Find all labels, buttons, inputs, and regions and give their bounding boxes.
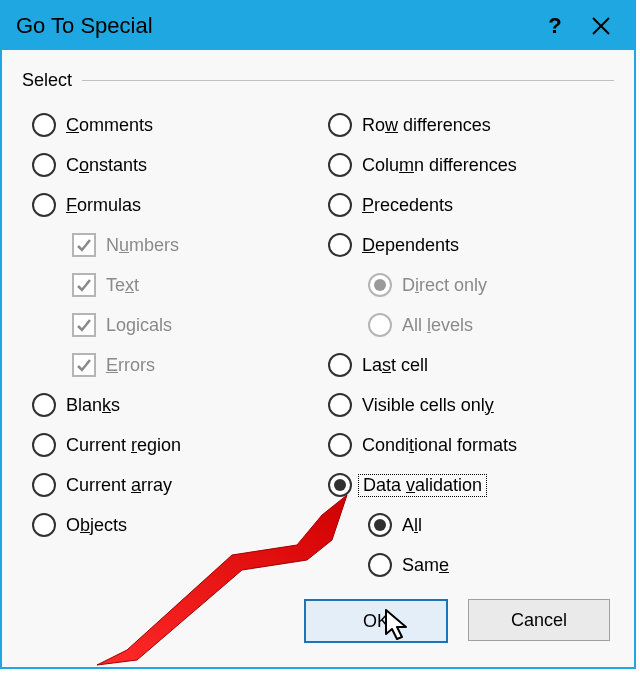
radio-icon — [32, 433, 56, 457]
radio-icon — [32, 113, 56, 137]
radio-precedents[interactable]: Precedents — [328, 185, 624, 225]
dialog-buttons: OK Cancel — [304, 599, 610, 643]
radio-dv-same[interactable]: Same — [328, 545, 624, 585]
radio-blanks[interactable]: Blanks — [32, 385, 328, 425]
radio-icon — [368, 273, 392, 297]
close-icon — [592, 17, 610, 35]
ok-button-label: OK — [363, 611, 389, 632]
radio-icon — [368, 553, 392, 577]
checkbox-label: Text — [106, 275, 139, 296]
radio-icon — [328, 153, 352, 177]
radio-visible-cells-only[interactable]: Visible cells only — [328, 385, 624, 425]
radio-comments[interactable]: Comments — [32, 105, 328, 145]
radio-label: Current array — [66, 475, 172, 496]
help-button[interactable]: ? — [532, 2, 578, 50]
checkbox-icon — [72, 273, 96, 297]
radio-label: Same — [402, 555, 449, 576]
options-column-right: Row differences Column differences Prece… — [328, 105, 624, 585]
group-divider — [82, 80, 614, 81]
group-select: Select — [22, 70, 614, 91]
radio-icon — [32, 193, 56, 217]
checkbox-text: Text — [32, 265, 328, 305]
radio-icon — [328, 193, 352, 217]
radio-objects[interactable]: Objects — [32, 505, 328, 545]
group-label: Select — [22, 70, 72, 91]
radio-label: Column differences — [362, 155, 517, 176]
checkbox-icon — [72, 233, 96, 257]
radio-current-array[interactable]: Current array — [32, 465, 328, 505]
radio-label: Last cell — [362, 355, 428, 376]
radio-label: Dependents — [362, 235, 459, 256]
radio-label: Row differences — [362, 115, 491, 136]
radio-icon — [328, 233, 352, 257]
checkbox-label: Errors — [106, 355, 155, 376]
cancel-button[interactable]: Cancel — [468, 599, 610, 641]
ok-button[interactable]: OK — [304, 599, 448, 643]
radio-label: Conditional formats — [362, 435, 517, 456]
options-columns: Comments Constants Formulas Numbers Text — [22, 105, 614, 585]
radio-label: Objects — [66, 515, 127, 536]
checkbox-errors: Errors — [32, 345, 328, 385]
checkbox-icon — [72, 313, 96, 337]
radio-icon — [32, 473, 56, 497]
radio-icon — [32, 153, 56, 177]
radio-icon — [368, 313, 392, 337]
checkbox-numbers: Numbers — [32, 225, 328, 265]
radio-label: Blanks — [66, 395, 120, 416]
checkbox-icon — [72, 353, 96, 377]
dialog-title: Go To Special — [16, 13, 532, 39]
radio-dv-all[interactable]: All — [328, 505, 624, 545]
radio-current-region[interactable]: Current region — [32, 425, 328, 465]
radio-label: All levels — [402, 315, 473, 336]
checkbox-label: Logicals — [106, 315, 172, 336]
radio-label: Direct only — [402, 275, 487, 296]
radio-icon — [32, 393, 56, 417]
radio-label: Visible cells only — [362, 395, 494, 416]
radio-label: Formulas — [66, 195, 141, 216]
radio-label: Precedents — [362, 195, 453, 216]
radio-row-differences[interactable]: Row differences — [328, 105, 624, 145]
options-column-left: Comments Constants Formulas Numbers Text — [22, 105, 328, 585]
radio-icon — [32, 513, 56, 537]
radio-label: Data validation — [358, 474, 487, 497]
radio-constants[interactable]: Constants — [32, 145, 328, 185]
radio-conditional-formats[interactable]: Conditional formats — [328, 425, 624, 465]
radio-direct-only: Direct only — [328, 265, 624, 305]
radio-icon — [328, 473, 352, 497]
cancel-button-label: Cancel — [511, 610, 567, 631]
radio-label: All — [402, 515, 422, 536]
radio-last-cell[interactable]: Last cell — [328, 345, 624, 385]
radio-label: Current region — [66, 435, 181, 456]
radio-all-levels: All levels — [328, 305, 624, 345]
checkbox-logicals: Logicals — [32, 305, 328, 345]
radio-icon — [328, 433, 352, 457]
titlebar: Go To Special ? — [2, 2, 634, 50]
radio-icon — [328, 353, 352, 377]
radio-icon — [368, 513, 392, 537]
radio-formulas[interactable]: Formulas — [32, 185, 328, 225]
radio-label: Comments — [66, 115, 153, 136]
radio-data-validation[interactable]: Data validation — [328, 465, 624, 505]
radio-icon — [328, 113, 352, 137]
close-button[interactable] — [578, 2, 624, 50]
radio-dependents[interactable]: Dependents — [328, 225, 624, 265]
radio-label: Constants — [66, 155, 147, 176]
dialog-go-to-special: Go To Special ? Select Comments Constant — [0, 0, 636, 669]
dialog-body: Select Comments Constants Formulas — [2, 50, 634, 667]
checkbox-label: Numbers — [106, 235, 179, 256]
radio-column-differences[interactable]: Column differences — [328, 145, 624, 185]
radio-icon — [328, 393, 352, 417]
